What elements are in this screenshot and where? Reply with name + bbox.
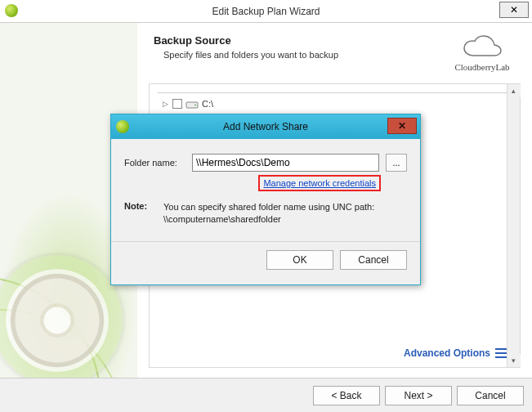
dialog-title: Add Network Share <box>223 121 308 132</box>
app-icon <box>5 4 18 17</box>
step-header: Backup Source Specify files and folders … <box>137 23 532 80</box>
ok-button[interactable]: OK <box>266 250 333 270</box>
cancel-button[interactable]: Cancel <box>340 250 407 270</box>
expander-icon[interactable]: ▷ <box>161 100 169 108</box>
credentials-highlight: Manage network credentials <box>258 175 381 191</box>
step-subtitle: Specify files and folders you want to ba… <box>163 50 445 60</box>
scroll-up-icon[interactable]: ▴ <box>507 84 521 97</box>
window-close-button[interactable]: ✕ <box>499 2 529 18</box>
brand-label: CloudberryLab <box>445 62 519 72</box>
tree-row[interactable]: ▷ C:\ <box>158 96 512 111</box>
cloud-icon <box>460 34 504 60</box>
window-title: Edit Backup Plan Wizard <box>212 6 320 17</box>
advanced-options-label: Advanced Options <box>404 347 490 359</box>
folder-name-input[interactable] <box>192 154 379 172</box>
titlebar: Edit Backup Plan Wizard ✕ <box>0 0 532 23</box>
add-network-share-dialog: Add Network Share ✕ Folder name: ... Man… <box>110 114 421 285</box>
manage-credentials-link[interactable]: Manage network credentials <box>263 178 376 188</box>
svg-point-1 <box>194 105 196 106</box>
hamburger-icon <box>495 348 507 358</box>
note-label: Note: <box>124 201 155 226</box>
brand-logo: CloudberryLab <box>445 34 519 72</box>
dialog-close-button[interactable]: ✕ <box>387 118 417 134</box>
scroll-down-icon[interactable]: ▾ <box>507 354 521 367</box>
cancel-button[interactable]: Cancel <box>457 386 524 405</box>
note-text: You can specify shared folder name using… <box>163 201 407 226</box>
wizard-footer: < Back Next > Cancel <box>0 378 532 412</box>
app-icon <box>116 120 129 133</box>
dialog-titlebar[interactable]: Add Network Share ✕ <box>111 114 420 139</box>
next-button[interactable]: Next > <box>385 386 452 405</box>
step-title: Backup Source <box>154 34 445 47</box>
drive-icon <box>186 98 199 110</box>
advanced-options-link[interactable]: Advanced Options <box>404 347 507 359</box>
tree-label: C:\ <box>202 99 213 109</box>
checkbox[interactable] <box>172 99 182 109</box>
folder-name-label: Folder name: <box>124 158 186 168</box>
vertical-scrollbar[interactable]: ▴ ▾ <box>507 84 520 367</box>
back-button[interactable]: < Back <box>313 386 380 405</box>
browse-button[interactable]: ... <box>386 154 407 172</box>
